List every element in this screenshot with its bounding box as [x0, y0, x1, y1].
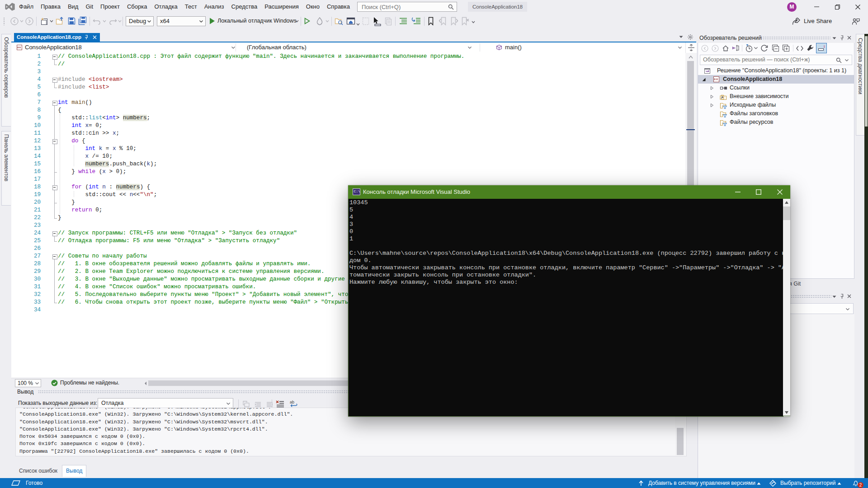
svg-text:ab: ab [290, 400, 294, 404]
